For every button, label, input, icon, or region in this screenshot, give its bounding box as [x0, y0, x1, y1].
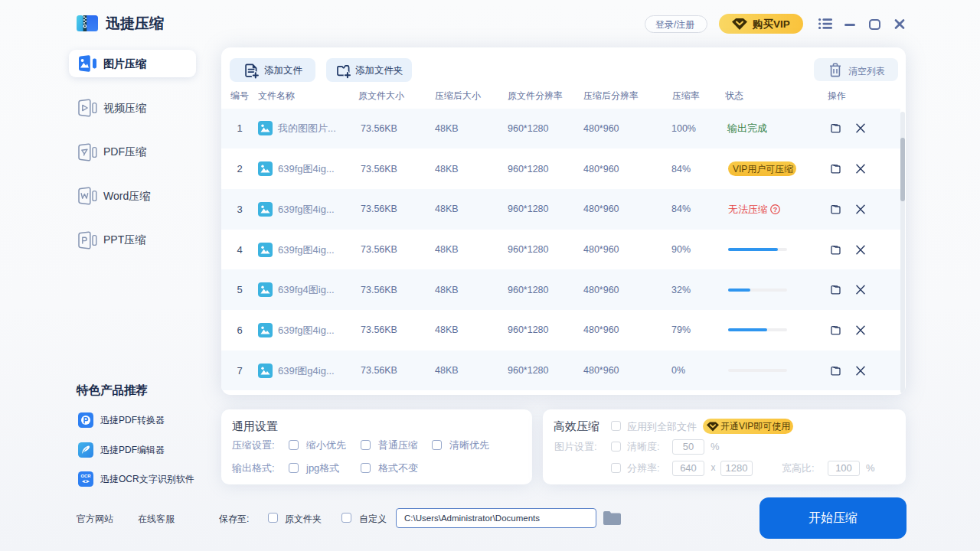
- svg-text:OCR: OCR: [80, 474, 91, 478]
- svg-text:?: ?: [773, 205, 778, 213]
